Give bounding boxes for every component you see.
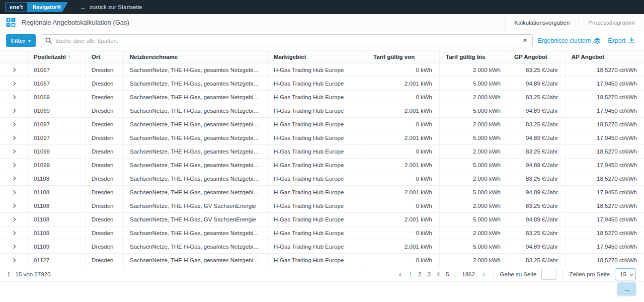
clear-search-button[interactable]: ✕ xyxy=(522,37,528,44)
search-icon xyxy=(45,37,52,44)
chevron-right-icon xyxy=(12,163,16,167)
header-tarif-gueltig-bis[interactable]: Tarif gültig bis xyxy=(440,50,508,63)
rows-per-page-value: 15 xyxy=(620,271,626,277)
back-to-home-link[interactable]: ← zurück zur Startseite xyxy=(80,4,142,11)
navigator-logo-text: Navigator® xyxy=(28,2,68,12)
cell-tarif-gueltig-bis: 2.000 kWh xyxy=(440,118,508,131)
table-row: 01099 Dresden SachsenNetze, THE H-Gas, g… xyxy=(0,145,644,159)
back-link-label: zurück zur Startseite xyxy=(90,4,142,10)
filter-button[interactable]: Filter ▾ xyxy=(6,34,36,47)
expand-row-button[interactable] xyxy=(0,63,28,77)
cell-netzbereichname: SachsenNetze, THE H-Gas, gesamtes Netzge… xyxy=(124,104,268,117)
chevron-right-icon xyxy=(12,149,16,154)
expand-row-button[interactable] xyxy=(0,254,28,267)
cell-netzbereichname: SachsenNetze, THE H-Gas, gesamtes Netzge… xyxy=(124,254,268,267)
header-postleitzahl[interactable]: Postleitzahl ↑ xyxy=(28,50,86,63)
cell-gp-angebot: 94,89 €/Jahr xyxy=(508,186,566,199)
page-button-1862[interactable]: 1862 xyxy=(459,270,478,278)
cell-gp-angebot: 83,25 €/Jahr xyxy=(508,91,566,104)
goto-page-label: Gehe zu Seite xyxy=(500,271,537,277)
rows-per-page-label: Zeilen pro Seite xyxy=(569,271,610,277)
cell-tarif-gueltig-bis: 5.000 kWh xyxy=(440,131,508,144)
cell-ap-angebot: 18,5270 ct/kWh xyxy=(566,145,644,158)
tab-kalkulationsvorgaben[interactable]: Kalkulationsvorgaben xyxy=(505,14,579,31)
header-gp-angebot[interactable]: GP Angebot xyxy=(508,50,566,63)
cell-tarif-gueltig-von: 0 kWh xyxy=(367,63,440,77)
cell-postleitzahl: 01067 xyxy=(28,77,86,90)
expand-row-button[interactable] xyxy=(0,240,28,253)
cell-tarif-gueltig-bis: 5.000 kWh xyxy=(440,159,508,172)
header-netzbereichname[interactable]: Netzbereichname xyxy=(124,50,268,63)
cell-postleitzahl: 01069 xyxy=(28,91,86,104)
previous-page-button[interactable]: ‹ xyxy=(396,271,404,278)
title-bar: Regionale Angebotskalkulation (Gas) Kalk… xyxy=(0,14,644,31)
expand-row-button[interactable] xyxy=(0,186,28,199)
expand-row-button[interactable] xyxy=(0,172,28,185)
cell-gp-angebot: 83,25 €/Jahr xyxy=(508,145,566,158)
expand-row-button[interactable] xyxy=(0,91,28,104)
cell-marktgebiet: H-Gas Trading Hub Europe xyxy=(268,240,367,253)
cell-postleitzahl: 01108 xyxy=(28,186,86,199)
expand-row-button[interactable] xyxy=(0,131,28,144)
header-tab-group: Kalkulationsvorgaben Prozessdiagramm xyxy=(505,14,644,31)
cell-ort: Dresden xyxy=(86,131,124,144)
next-page-button[interactable]: › xyxy=(480,271,488,278)
toolbar: Filter ▾ ✕ Ergebnisse clustern Export xyxy=(0,31,644,50)
page-button-5[interactable]: 5 xyxy=(443,270,452,278)
expand-row-button[interactable] xyxy=(0,104,28,117)
cell-postleitzahl: 01108 xyxy=(28,199,86,212)
table-row: 01108 Dresden SachsenNetze, THE H-Gas, G… xyxy=(0,213,644,226)
cell-ap-angebot: 18,5270 ct/kWh xyxy=(566,199,644,212)
goto-page-input[interactable] xyxy=(541,269,556,280)
cell-tarif-gueltig-von: 0 kWh xyxy=(367,199,440,212)
expand-row-button[interactable] xyxy=(0,226,28,240)
cell-marktgebiet: H-Gas Trading Hub Europe xyxy=(268,63,367,77)
cell-tarif-gueltig-bis: 2.000 kWh xyxy=(440,254,508,267)
cell-tarif-gueltig-bis: 2.000 kWh xyxy=(440,91,508,104)
cell-tarif-gueltig-von: 2.001 kWh xyxy=(367,104,440,117)
expand-row-button[interactable] xyxy=(0,199,28,212)
page-button-3[interactable]: 3 xyxy=(424,270,433,278)
expand-row-button[interactable] xyxy=(0,213,28,226)
cell-ap-angebot: 18,5270 ct/kWh xyxy=(566,254,644,267)
cell-tarif-gueltig-von: 2.001 kWh xyxy=(367,77,440,90)
cell-netzbereichname: SachsenNetze, THE H-Gas, gesamtes Netzge… xyxy=(124,91,268,104)
rows-per-page-group: Zeilen pro Seite 15 xyxy=(569,268,636,280)
rows-per-page-select[interactable]: 15 xyxy=(615,268,636,280)
header-expand-column xyxy=(0,50,28,63)
cell-tarif-gueltig-von: 0 kWh xyxy=(367,172,440,185)
table-row: 01097 Dresden SachsenNetze, THE H-Gas, g… xyxy=(0,131,644,145)
caret-down-icon: ▾ xyxy=(28,38,31,43)
header-ap-angebot[interactable]: AP Angebot xyxy=(566,50,644,63)
enet-navigator-logo[interactable]: ene't Navigator® xyxy=(5,2,68,12)
expand-row-button[interactable] xyxy=(0,145,28,158)
cell-ort: Dresden xyxy=(86,199,124,212)
cell-marktgebiet: H-Gas Trading Hub Europe xyxy=(268,145,367,158)
export-link[interactable]: Export xyxy=(608,37,635,44)
page-button-4[interactable]: 4 xyxy=(434,270,443,278)
header-ort[interactable]: Ort xyxy=(86,50,124,63)
expand-row-button[interactable] xyxy=(0,159,28,172)
search-input[interactable] xyxy=(55,38,518,44)
cell-gp-angebot: 94,89 €/Jahr xyxy=(508,131,566,144)
page-button-1[interactable]: 1 xyxy=(406,270,415,278)
cell-ort: Dresden xyxy=(86,226,124,240)
cell-gp-angebot: 94,89 €/Jahr xyxy=(508,159,566,172)
cell-gp-angebot: 83,25 €/Jahr xyxy=(508,63,566,77)
cell-tarif-gueltig-von: 2.001 kWh xyxy=(367,213,440,226)
expand-row-button[interactable] xyxy=(0,77,28,90)
cell-tarif-gueltig-bis: 2.000 kWh xyxy=(440,145,508,158)
cell-postleitzahl: 01069 xyxy=(28,104,86,117)
tab-prozessdiagramm[interactable]: Prozessdiagramm xyxy=(579,14,644,31)
header-tarif-gueltig-von[interactable]: Tarif gültig von xyxy=(367,50,440,63)
header-marktgebiet[interactable]: Marktgebiet xyxy=(268,50,367,63)
expand-row-button[interactable] xyxy=(0,118,28,131)
cell-marktgebiet: H-Gas Trading Hub Europe xyxy=(268,226,367,240)
page-button-2[interactable]: 2 xyxy=(415,270,424,278)
cluster-results-link[interactable]: Ergebnisse clustern xyxy=(538,37,601,44)
chevron-right-icon xyxy=(12,136,16,140)
scroll-next-button[interactable]: → xyxy=(617,282,636,295)
chevron-left-icon: ‹ xyxy=(399,270,401,278)
table-row: 01069 Dresden SachsenNetze, THE H-Gas, g… xyxy=(0,104,644,118)
cell-ort: Dresden xyxy=(86,172,124,185)
